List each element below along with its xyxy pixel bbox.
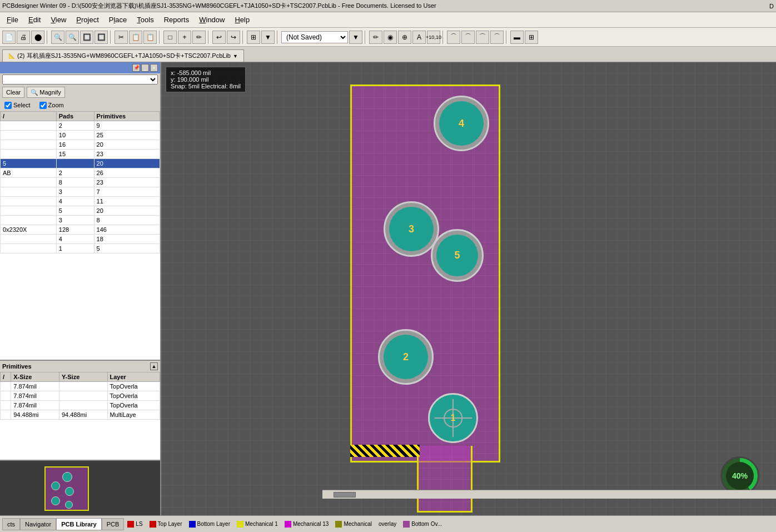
- table-row[interactable]: 411: [1, 197, 160, 206]
- toolbar-redo[interactable]: ↪: [227, 31, 240, 44]
- toolbar-undo[interactable]: ↩: [212, 31, 226, 44]
- table-row[interactable]: 418: [1, 235, 160, 244]
- toolbar-coord[interactable]: +10,10: [427, 31, 440, 44]
- pad-1-outer[interactable]: 1: [428, 393, 478, 443]
- pcb-scrollbar-h[interactable]: [322, 490, 776, 499]
- table-row[interactable]: 15: [1, 244, 160, 253]
- select-checkbox[interactable]: [4, 102, 12, 109]
- table-row[interactable]: 520: [1, 159, 160, 168]
- table-row[interactable]: 1620: [1, 140, 160, 150]
- panel-close-btn[interactable]: ×: [150, 64, 158, 72]
- primitives-row[interactable]: 7.874milTopOverla: [1, 391, 160, 401]
- toolbar-copy[interactable]: 📋: [129, 31, 142, 44]
- toolbar-paste[interactable]: 📋: [143, 31, 157, 44]
- menu-tools[interactable]: Tools: [132, 14, 158, 25]
- pad-2-outer[interactable]: 2: [378, 329, 434, 385]
- toolbar-zoom-sel[interactable]: 🔲: [94, 31, 108, 44]
- menu-view[interactable]: View: [46, 14, 71, 25]
- menu-edit[interactable]: Edit: [24, 14, 45, 25]
- toolbar-btn-3[interactable]: ⬤: [31, 31, 44, 44]
- magnify-icon: 🔍: [31, 89, 38, 96]
- tab-bar: 📐 (2) 耳机插座SJ1-3535NG+WM8960CGEFL+TJA1050…: [0, 47, 776, 62]
- layer-bottomov[interactable]: Bottom Ov...: [400, 518, 445, 530]
- components-table-container[interactable]: / Pads Primitives 29102516201523520AB226…: [0, 111, 160, 360]
- row-col2: 4: [56, 197, 94, 206]
- scrollbar-thumb[interactable]: [334, 492, 356, 498]
- toolbar-zoom-in[interactable]: 🔍: [51, 31, 64, 44]
- zoom-checkbox-label[interactable]: Zoom: [39, 102, 64, 109]
- status-tab-pcb[interactable]: PCB: [102, 518, 125, 530]
- clear-btn[interactable]: Clear: [2, 87, 24, 98]
- coord-y-value: 190.000 mil: [177, 76, 209, 83]
- menu-window[interactable]: Window: [195, 14, 229, 25]
- component-dropdown[interactable]: (Not Saved): [281, 31, 348, 43]
- table-row[interactable]: AB226: [1, 168, 160, 178]
- layer-top[interactable]: Top Layer: [146, 518, 186, 530]
- status-tab-cts[interactable]: cts: [2, 518, 20, 530]
- layer-mech1[interactable]: Mechanical 1: [233, 518, 281, 530]
- panel-filter-select[interactable]: [2, 74, 158, 84]
- main-tab[interactable]: 📐 (2) 耳机插座SJ1-3535NG+WM8960CGEFL+TJA1050…: [2, 49, 244, 62]
- table-row[interactable]: 1523: [1, 150, 160, 159]
- toolbar-plus[interactable]: +: [178, 31, 191, 44]
- toolbar-arc2[interactable]: ⌒: [461, 31, 475, 44]
- toolbar-btn-2[interactable]: 🖨: [17, 31, 30, 44]
- toolbar-arc3[interactable]: ⌒: [476, 31, 489, 44]
- prm-expand[interactable]: ▲: [150, 362, 158, 370]
- toolbar-arc4[interactable]: ⌒: [490, 31, 504, 44]
- status-tab-navigator[interactable]: Navigator: [20, 518, 56, 530]
- zoom-checkbox[interactable]: [39, 102, 47, 109]
- table-row[interactable]: 520: [1, 206, 160, 216]
- table-row[interactable]: 1025: [1, 131, 160, 140]
- pad-4-outer[interactable]: 4: [434, 96, 489, 151]
- toolbar-circle[interactable]: ◉: [384, 31, 397, 44]
- pad-5-label: 5: [454, 250, 460, 261]
- panel-min-btn[interactable]: _: [141, 64, 149, 72]
- pcb-canvas[interactable]: x: -585.000 mil y: 190.000 mil Snap: 5mi…: [161, 62, 776, 515]
- toolbar-rect2[interactable]: ▬: [510, 31, 524, 44]
- tab-dropdown[interactable]: ▼: [233, 53, 238, 59]
- magnify-btn[interactable]: 🔍 Magnify: [27, 87, 65, 98]
- toolbar-grid[interactable]: ⊞: [247, 31, 260, 44]
- toolbar-zoom-fit[interactable]: 🔲: [80, 31, 93, 44]
- toolbar-pen[interactable]: ✏: [369, 31, 382, 44]
- toolbar-rect[interactable]: □: [163, 31, 177, 44]
- table-row[interactable]: 823: [1, 178, 160, 187]
- status-tab-pcblibrary[interactable]: PCB Library: [56, 518, 102, 530]
- table-row[interactable]: 29: [1, 121, 160, 131]
- menu-file[interactable]: File: [2, 14, 23, 25]
- toolbar-target[interactable]: ⊕: [398, 31, 411, 44]
- panel-filter-dropdown-row: [0, 73, 160, 86]
- select-checkbox-label[interactable]: Select: [4, 102, 31, 109]
- toolbar-drop2[interactable]: ▼: [349, 31, 362, 44]
- toolbar-cut[interactable]: ✂: [115, 31, 128, 44]
- layer-mech[interactable]: Mechanical: [332, 518, 375, 530]
- layer-overlay[interactable]: overlay: [375, 518, 400, 530]
- primitives-table-container[interactable]: / X-Size Y-Size Layer 7.874milTopOverla7…: [0, 372, 160, 460]
- pad-5-outer[interactable]: 5: [431, 229, 484, 282]
- toolbar-btn-1[interactable]: 📄: [2, 31, 16, 44]
- row-col2: 16: [56, 140, 94, 150]
- toolbar-arc1[interactable]: ⌒: [447, 31, 460, 44]
- primitives-row[interactable]: 94.488mi94.488miMultiLaye: [1, 410, 160, 420]
- pad-3-outer[interactable]: 3: [384, 201, 439, 257]
- table-row[interactable]: 0x2320X128146: [1, 225, 160, 235]
- primitives-row[interactable]: 7.874milTopOverla: [1, 401, 160, 410]
- menu-help[interactable]: Help: [230, 14, 254, 25]
- layer-bottom[interactable]: Bottom Layer: [186, 518, 233, 530]
- toolbar-zoom-out[interactable]: 🔍: [66, 31, 79, 44]
- menu-reports[interactable]: Reports: [160, 14, 194, 25]
- menu-place[interactable]: Place: [105, 14, 132, 25]
- primitives-row[interactable]: 7.874milTopOverla: [1, 382, 160, 391]
- table-row[interactable]: 38: [1, 216, 160, 225]
- row-col2: 2: [56, 168, 94, 178]
- layer-mech13[interactable]: Mechanical 13: [281, 518, 332, 530]
- table-row[interactable]: 37: [1, 187, 160, 197]
- panel-pin-btn[interactable]: 📌: [132, 64, 140, 72]
- menu-project[interactable]: Project: [72, 14, 103, 25]
- toolbar-text[interactable]: A: [412, 31, 426, 44]
- toolbar-pencil[interactable]: ✏: [192, 31, 206, 44]
- toolbar-grid2[interactable]: ⊞: [525, 31, 538, 44]
- layer-ls[interactable]: LS: [124, 518, 146, 530]
- toolbar-grid-drop[interactable]: ▼: [261, 31, 275, 44]
